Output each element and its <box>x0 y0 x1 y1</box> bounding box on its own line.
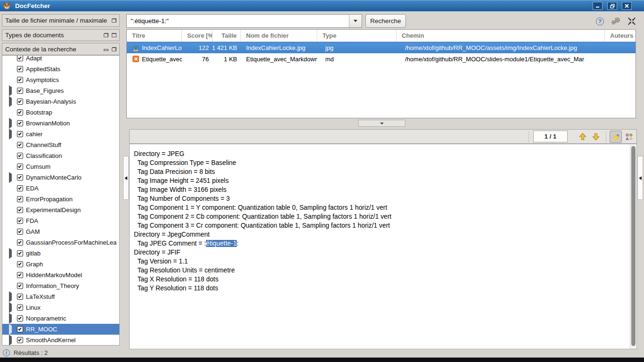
tree-checkbox[interactable] <box>17 66 23 72</box>
tree-item-BrownianMotion[interactable]: BrownianMotion <box>2 118 119 129</box>
column-header-titre[interactable]: Titre <box>127 30 182 41</box>
tree-item-gitlab[interactable]: gitlab <box>2 248 119 259</box>
tree-item-AppliedStats[interactable]: AppliedStats <box>2 64 119 74</box>
column-header-auteurs[interactable]: Auteurs <box>605 30 636 41</box>
tree-item-EDA[interactable]: EDA <box>2 183 119 194</box>
tree-checkbox[interactable] <box>17 326 23 332</box>
previous-occurrence-button[interactable] <box>577 131 589 143</box>
tree-checkbox[interactable] <box>17 218 23 224</box>
results-table-header[interactable]: TitreScore [%]TailleNom de fichierTypeCh… <box>127 30 636 42</box>
tree-item-ExperimentalDesign[interactable]: ExperimentalDesign <box>2 205 119 215</box>
minimize-button[interactable] <box>593 2 603 10</box>
tree-checkbox[interactable] <box>17 120 23 126</box>
collapse-results-sash-button[interactable] <box>358 120 405 127</box>
tree-checkbox[interactable] <box>17 229 23 235</box>
scrollbar-thumb[interactable] <box>631 146 636 346</box>
tree-checkbox[interactable] <box>17 304 23 311</box>
search-history-dropdown[interactable] <box>349 15 362 27</box>
restore-button[interactable] <box>607 2 617 10</box>
result-row[interactable]: IndexCahierLocke1221 421 KBIndexCahierLo… <box>127 42 636 53</box>
preview-scrollbar[interactable] <box>630 145 636 349</box>
tree-checkbox[interactable] <box>17 174 23 181</box>
column-header-score-[interactable]: Score [%] <box>182 30 213 41</box>
tree-checkbox[interactable] <box>17 315 23 321</box>
tree-item-GAM[interactable]: GAM <box>2 226 119 237</box>
result-row[interactable]: Etiquette_avec_Ma761 KBEtiquette_avec_Ma… <box>127 53 636 65</box>
tree-checkbox[interactable] <box>17 153 23 159</box>
panel-restore-icon[interactable] <box>112 18 116 23</box>
tree-checkbox[interactable] <box>17 99 23 105</box>
tree-item-Adapt[interactable]: Adapt <box>2 55 119 64</box>
preferences-gears-icon[interactable] <box>611 17 621 25</box>
expand-arrow-icon[interactable] <box>9 248 12 259</box>
column-header-type[interactable]: Type <box>317 30 396 41</box>
expand-arrow-icon[interactable] <box>9 324 12 335</box>
tree-checkbox[interactable] <box>17 337 23 343</box>
tree-item-ChannelStuff[interactable]: ChannelStuff <box>2 140 119 150</box>
tree-item-Graph[interactable]: Graph <box>2 259 119 270</box>
panel-restore-icon[interactable] <box>112 47 116 51</box>
search-button[interactable]: Recherche <box>365 14 406 28</box>
highlighting-toggle-button[interactable] <box>610 131 622 143</box>
tree-item-RR_MOOC[interactable]: RR_MOOC <box>2 324 119 335</box>
expand-arrow-icon[interactable] <box>9 172 12 183</box>
preview-pane[interactable]: Directory = JPEG Tag Compression Type = … <box>129 144 637 349</box>
collapse-window-icon[interactable] <box>627 17 636 25</box>
tree-item-FDA[interactable]: FDA <box>2 215 119 226</box>
expand-arrow-icon[interactable] <box>9 335 12 346</box>
panel-file-size[interactable]: Taille de fichier minimale / maximale <box>2 14 120 27</box>
tree-item-Linux[interactable]: Linux <box>2 302 119 313</box>
next-occurrence-button[interactable] <box>590 131 602 143</box>
close-button[interactable] <box>622 2 632 10</box>
tree-item-GaussianProcessForMachineLea[interactable]: GaussianProcessForMachineLea <box>2 237 119 248</box>
collapse-sidebar-sash[interactable] <box>123 156 129 200</box>
tree-checkbox[interactable] <box>17 131 23 137</box>
tree-checkbox[interactable] <box>17 196 23 202</box>
tree-checkbox[interactable] <box>17 261 23 267</box>
column-header-nom-de-fichier[interactable]: Nom de fichier <box>241 30 317 41</box>
panel-restore-icon[interactable] <box>104 33 108 37</box>
panel-minimize-icon[interactable] <box>104 49 108 51</box>
panel-document-types[interactable]: Types de documents <box>2 29 120 41</box>
expand-arrow-icon[interactable] <box>9 313 12 324</box>
tree-item-Nonparametric[interactable]: Nonparametric <box>2 313 119 324</box>
column-header-taille[interactable]: Taille <box>213 30 241 41</box>
panel-search-scope[interactable]: Contexte de la recherche <box>2 43 120 55</box>
tree-item-Base_Figures[interactable]: Base_Figures <box>2 85 119 96</box>
tree-checkbox[interactable] <box>17 239 23 246</box>
collapse-right-sash[interactable] <box>637 156 643 200</box>
tree-checkbox[interactable] <box>17 109 23 115</box>
tree-item-LaTeXstuff[interactable]: LaTeXstuff <box>2 291 119 302</box>
tree-item-HiddenMarkovModel[interactable]: HiddenMarkovModel <box>2 270 119 280</box>
tree-checkbox[interactable] <box>17 142 23 148</box>
tree-item-Classification[interactable]: Classification <box>2 150 119 161</box>
tree-item-Asymptotics[interactable]: Asymptotics <box>2 74 119 85</box>
column-header-chemin[interactable]: Chemin <box>396 30 605 41</box>
tree-checkbox[interactable] <box>17 185 23 191</box>
tree-checkbox[interactable] <box>17 55 23 61</box>
tree-item-SmoothAndKernel[interactable]: SmoothAndKernel <box>2 335 119 346</box>
expand-arrow-icon[interactable] <box>9 291 12 302</box>
tree-checkbox[interactable] <box>17 272 23 278</box>
help-icon[interactable]: ? <box>596 17 604 25</box>
tree-item-Information_Theory[interactable]: Information_Theory <box>2 280 119 291</box>
tree-item-Bootstrap[interactable]: Bootstrap <box>2 107 119 118</box>
panel-maximize-icon[interactable] <box>112 33 116 37</box>
tree-checkbox[interactable] <box>17 207 23 213</box>
expand-arrow-icon[interactable] <box>9 85 12 96</box>
tree-checkbox[interactable] <box>17 164 23 170</box>
tree-item-Cumsum[interactable]: Cumsum <box>2 161 119 172</box>
tree-item-cahier[interactable]: cahier <box>2 129 119 140</box>
tree-checkbox[interactable] <box>17 250 23 256</box>
tree-checkbox[interactable] <box>17 77 23 83</box>
tree-item-Bayesian-Analysis[interactable]: Bayesian-Analysis <box>2 96 119 107</box>
expand-arrow-icon[interactable] <box>9 129 12 140</box>
tree-item-DynamicMonteCarlo[interactable]: DynamicMonteCarlo <box>2 172 119 183</box>
tree-checkbox[interactable] <box>17 88 23 94</box>
preview-settings-button[interactable] <box>623 131 635 143</box>
expand-arrow-icon[interactable] <box>9 302 12 313</box>
expand-arrow-icon[interactable] <box>9 118 12 129</box>
expand-arrow-icon[interactable] <box>9 96 12 107</box>
tree-item-ErrorPropagation[interactable]: ErrorPropagation <box>2 194 119 205</box>
tree-checkbox[interactable] <box>17 283 23 289</box>
